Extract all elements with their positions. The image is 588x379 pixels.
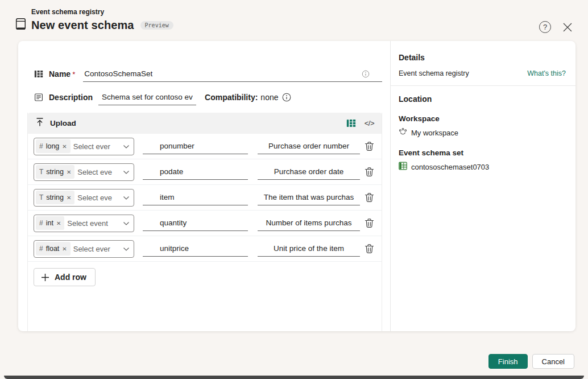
- schema-set-item: contososchemaset0703: [399, 162, 566, 172]
- delete-row-icon[interactable]: [365, 218, 374, 228]
- delete-row-icon[interactable]: [365, 192, 374, 203]
- table-row: T string ✕ Select eve podate Purchase or…: [28, 159, 382, 185]
- compatibility-value: none: [260, 93, 278, 102]
- field-description-input[interactable]: Purchase order date: [258, 164, 360, 180]
- cancel-button[interactable]: Cancel: [532, 354, 574, 369]
- field-name-input[interactable]: quantity: [143, 215, 248, 231]
- event-select-dropdown[interactable]: T string ✕ Select eve: [34, 163, 134, 181]
- finish-button[interactable]: Finish: [488, 354, 528, 369]
- description-icon: [34, 93, 43, 102]
- field-description-input[interactable]: Purchase order number: [258, 138, 360, 154]
- compatibility-field: Compatibility: none: [205, 93, 291, 102]
- description-value: Schema set for contoso ev: [102, 93, 193, 101]
- workspace-label: Workspace: [399, 114, 566, 123]
- type-tag: # int ✕: [36, 216, 64, 230]
- location-title: Location: [399, 94, 566, 104]
- plus-icon: [41, 273, 49, 282]
- field-name-input[interactable]: item: [143, 190, 248, 205]
- schema-editor: Upload </>: [27, 113, 382, 331]
- type-icon: T: [39, 168, 43, 176]
- info-icon[interactable]: [362, 70, 370, 78]
- upload-icon: [35, 117, 44, 129]
- details-panel: Details Event schema registry What's thi…: [390, 41, 575, 331]
- name-label: Name: [49, 69, 71, 79]
- schema-card: Name * ContosoSchemaSet Description Sche…: [18, 41, 575, 331]
- type-tag: T string ✕: [36, 191, 74, 204]
- code-view-icon[interactable]: </>: [365, 119, 374, 127]
- remove-tag-icon[interactable]: ✕: [67, 169, 71, 175]
- schema-set-icon: [399, 162, 407, 172]
- event-select-dropdown[interactable]: T string ✕ Select eve: [34, 189, 134, 207]
- field-description-input[interactable]: Number of items purchas: [258, 215, 360, 231]
- workspace-icon: [399, 127, 407, 138]
- field-description-input[interactable]: The item that was purchas: [258, 190, 360, 205]
- details-title: Details: [399, 53, 566, 62]
- delete-row-icon[interactable]: [365, 167, 374, 177]
- type-icon: #: [39, 245, 43, 253]
- add-row-button[interactable]: Add row: [34, 268, 96, 286]
- workspace-item: My workspace: [399, 127, 566, 138]
- table-row: # float ✕ Select ever unitprice Unit pri…: [28, 236, 382, 262]
- name-value: ContosoSchemaSet: [84, 69, 152, 78]
- chevron-down-icon: [123, 167, 130, 177]
- panel-divider: [391, 85, 575, 86]
- dialog-header: Event schema registry New event schema P…: [15, 8, 173, 32]
- remove-tag-icon[interactable]: ✕: [56, 220, 61, 226]
- remove-tag-icon[interactable]: ✕: [62, 246, 67, 252]
- schema-set-label: Event schema set: [399, 149, 566, 157]
- field-name-input[interactable]: podate: [143, 164, 248, 180]
- event-select-dropdown[interactable]: # int ✕ Select event: [34, 215, 134, 232]
- table-view-icon[interactable]: [346, 118, 356, 128]
- table-row: T string ✕ Select eve item The item that…: [28, 185, 382, 211]
- info-icon[interactable]: [282, 93, 291, 102]
- delete-row-icon[interactable]: [365, 141, 374, 151]
- description-field-row: Description Schema set for contoso ev Co…: [34, 89, 382, 105]
- description-label: Description: [49, 93, 93, 102]
- chevron-down-icon: [123, 192, 130, 203]
- delete-row-icon[interactable]: [365, 244, 374, 254]
- workspace-value: My workspace: [411, 129, 458, 137]
- chevron-down-icon: [123, 218, 130, 228]
- grid-icon: [34, 69, 43, 79]
- remove-tag-icon[interactable]: ✕: [67, 195, 71, 201]
- type-icon: T: [39, 193, 43, 201]
- type-tag: T string ✕: [36, 165, 74, 179]
- notebook-icon: [15, 18, 26, 32]
- type-icon: #: [39, 142, 43, 150]
- type-icon: #: [39, 219, 43, 227]
- schema-form: Name * ContosoSchemaSet Description Sche…: [18, 41, 390, 331]
- name-input[interactable]: ContosoSchemaSet: [83, 66, 382, 82]
- chevron-down-icon: [123, 141, 130, 151]
- whats-this-link[interactable]: What's this?: [527, 69, 566, 77]
- help-icon[interactable]: ?: [539, 21, 551, 33]
- description-input[interactable]: Schema set for contoso ev: [98, 89, 196, 105]
- event-select-dropdown[interactable]: # float ✕ Select ever: [34, 240, 134, 258]
- type-tag: # float ✕: [36, 242, 71, 256]
- dialog-footer: Finish Cancel: [488, 354, 574, 369]
- name-field-row: Name * ContosoSchemaSet: [34, 66, 382, 82]
- upload-button[interactable]: Upload: [50, 119, 76, 127]
- table-row: # long ✕ Select ever ponumber Purchase o…: [28, 134, 382, 159]
- schema-set-value: contososchemaset0703: [411, 163, 489, 171]
- page-title: New event schema: [31, 19, 134, 32]
- compatibility-label: Compatibility:: [205, 93, 258, 102]
- chevron-down-icon: [123, 244, 130, 254]
- breadcrumb: Event schema registry: [31, 8, 173, 16]
- preview-badge: Preview: [140, 21, 173, 30]
- field-name-input[interactable]: unitprice: [143, 241, 248, 257]
- field-description-input[interactable]: Unit price of the item: [258, 241, 360, 257]
- close-icon[interactable]: [562, 22, 573, 32]
- event-select-dropdown[interactable]: # long ✕ Select ever: [34, 138, 134, 155]
- field-name-input[interactable]: ponumber: [143, 138, 248, 154]
- table-row: # int ✕ Select event quantity Number of …: [28, 211, 382, 236]
- editor-toolbar: Upload </>: [28, 113, 382, 134]
- item-type: Event schema registry: [399, 69, 469, 77]
- schema-rows: # long ✕ Select ever ponumber Purchase o…: [28, 134, 382, 262]
- required-asterisk: *: [72, 70, 75, 79]
- window-bottom-edge: [4, 376, 584, 379]
- remove-tag-icon[interactable]: ✕: [62, 143, 67, 150]
- type-tag: # long ✕: [36, 139, 71, 153]
